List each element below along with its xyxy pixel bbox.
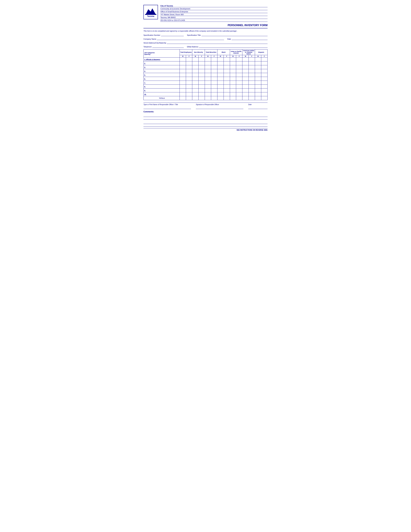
- cell-r9-c2[interactable]: [192, 88, 199, 92]
- cell-r8-c12[interactable]: [255, 85, 261, 88]
- cell-r2-c7[interactable]: [224, 61, 230, 65]
- cell-r2-c1[interactable]: [186, 61, 192, 65]
- totals-cell-0[interactable]: [180, 96, 186, 100]
- cell-r8-c3[interactable]: [199, 85, 205, 88]
- cell-r2-c2[interactable]: [192, 61, 199, 65]
- cell-r6-c10[interactable]: [243, 77, 249, 81]
- cell-r2-c4[interactable]: [205, 61, 211, 65]
- cell-r10-c1[interactable]: [186, 92, 192, 96]
- cell-r10-c7[interactable]: [224, 92, 230, 96]
- cell-r4-c13[interactable]: [261, 69, 267, 73]
- cell-r6-c2[interactable]: [192, 77, 199, 81]
- totals-cell-7[interactable]: [224, 96, 230, 100]
- cell-r1-c11[interactable]: [249, 57, 255, 61]
- date-input[interactable]: [232, 38, 268, 40]
- cell-r1-c1[interactable]: [186, 57, 192, 61]
- cell-r9-c9[interactable]: [236, 88, 243, 92]
- cell-r1-c4[interactable]: [205, 57, 211, 61]
- cell-r7-c0[interactable]: [180, 81, 186, 85]
- cell-r9-c7[interactable]: [224, 88, 230, 92]
- cell-r10-c4[interactable]: [205, 92, 211, 96]
- cell-r7-c10[interactable]: [243, 81, 249, 85]
- cell-r9-c10[interactable]: [243, 88, 249, 92]
- cell-r2-c11[interactable]: [249, 61, 255, 65]
- cell-r2-c8[interactable]: [230, 61, 236, 65]
- cell-r4-c7[interactable]: [224, 69, 230, 73]
- cell-r6-c8[interactable]: [230, 77, 236, 81]
- totals-cell-4[interactable]: [205, 96, 211, 100]
- name-title-input[interactable]: [143, 106, 191, 109]
- cell-r7-c9[interactable]: [236, 81, 243, 85]
- cell-r5-c6[interactable]: [217, 73, 224, 77]
- street-address-input[interactable]: [167, 42, 268, 44]
- cell-r5-c5[interactable]: [211, 73, 217, 77]
- cell-r7-c3[interactable]: [199, 81, 205, 85]
- cell-r5-c4[interactable]: [205, 73, 211, 77]
- totals-cell-12[interactable]: [255, 96, 261, 100]
- comments-line-1[interactable]: [143, 114, 268, 117]
- totals-cell-13[interactable]: [261, 96, 267, 100]
- cell-r4-c0[interactable]: [180, 69, 186, 73]
- totals-cell-9[interactable]: [236, 96, 243, 100]
- cell-r10-c9[interactable]: [236, 92, 243, 96]
- cell-r4-c10[interactable]: [243, 69, 249, 73]
- spec-number-input[interactable]: [161, 34, 184, 36]
- cell-r5-c3[interactable]: [199, 73, 205, 77]
- cell-r7-c11[interactable]: [249, 81, 255, 85]
- cell-r3-c9[interactable]: [236, 65, 243, 69]
- cell-r4-c11[interactable]: [249, 69, 255, 73]
- cell-r5-c7[interactable]: [224, 73, 230, 77]
- cell-r8-c1[interactable]: [186, 85, 192, 88]
- telephone-input[interactable]: [152, 46, 184, 48]
- cell-r10-c8[interactable]: [230, 92, 236, 96]
- cell-r1-c5[interactable]: [211, 57, 217, 61]
- cell-r10-c5[interactable]: [211, 92, 217, 96]
- cell-r5-c12[interactable]: [255, 73, 261, 77]
- cell-r2-c5[interactable]: [211, 61, 217, 65]
- comments-line-2[interactable]: [143, 121, 268, 124]
- cell-r1-c0[interactable]: [180, 57, 186, 61]
- cell-r7-c5[interactable]: [211, 81, 217, 85]
- totals-cell-10[interactable]: [243, 96, 249, 100]
- totals-cell-3[interactable]: [199, 96, 205, 100]
- cell-r3-c2[interactable]: [192, 65, 199, 69]
- cell-r8-c11[interactable]: [249, 85, 255, 88]
- cell-r1-c12[interactable]: [255, 57, 261, 61]
- cell-r4-c2[interactable]: [192, 69, 199, 73]
- cell-r5-c0[interactable]: [180, 73, 186, 77]
- cell-r4-c12[interactable]: [255, 69, 261, 73]
- cell-r10-c3[interactable]: [199, 92, 205, 96]
- cell-r9-c3[interactable]: [199, 88, 205, 92]
- cell-r3-c6[interactable]: [217, 65, 224, 69]
- cell-r8-c6[interactable]: [217, 85, 224, 88]
- cell-r3-c5[interactable]: [211, 65, 217, 69]
- totals-cell-2[interactable]: [192, 96, 199, 100]
- cell-r5-c10[interactable]: [243, 73, 249, 77]
- cell-r9-c6[interactable]: [217, 88, 224, 92]
- cell-r3-c7[interactable]: [224, 65, 230, 69]
- cell-r5-c9[interactable]: [236, 73, 243, 77]
- cell-r2-c3[interactable]: [199, 61, 205, 65]
- cell-r4-c9[interactable]: [236, 69, 243, 73]
- cell-r4-c1[interactable]: [186, 69, 192, 73]
- cell-r8-c0[interactable]: [180, 85, 186, 88]
- cell-r6-c3[interactable]: [199, 77, 205, 81]
- totals-cell-6[interactable]: [217, 96, 224, 100]
- cell-r7-c4[interactable]: [205, 81, 211, 85]
- cell-r6-c5[interactable]: [211, 77, 217, 81]
- cell-r1-c13[interactable]: [261, 57, 267, 61]
- cell-r5-c1[interactable]: [186, 73, 192, 77]
- cell-r10-c2[interactable]: [192, 92, 199, 96]
- cell-r3-c12[interactable]: [255, 65, 261, 69]
- cell-r3-c13[interactable]: [261, 65, 267, 69]
- cell-r8-c7[interactable]: [224, 85, 230, 88]
- cell-r6-c12[interactable]: [255, 77, 261, 81]
- cell-r6-c1[interactable]: [186, 77, 192, 81]
- cell-r10-c11[interactable]: [249, 92, 255, 96]
- cell-r6-c11[interactable]: [249, 77, 255, 81]
- cell-r2-c6[interactable]: [217, 61, 224, 65]
- sig-date-input[interactable]: [248, 106, 268, 109]
- cell-r8-c4[interactable]: [205, 85, 211, 88]
- cell-r6-c9[interactable]: [236, 77, 243, 81]
- cell-r3-c3[interactable]: [199, 65, 205, 69]
